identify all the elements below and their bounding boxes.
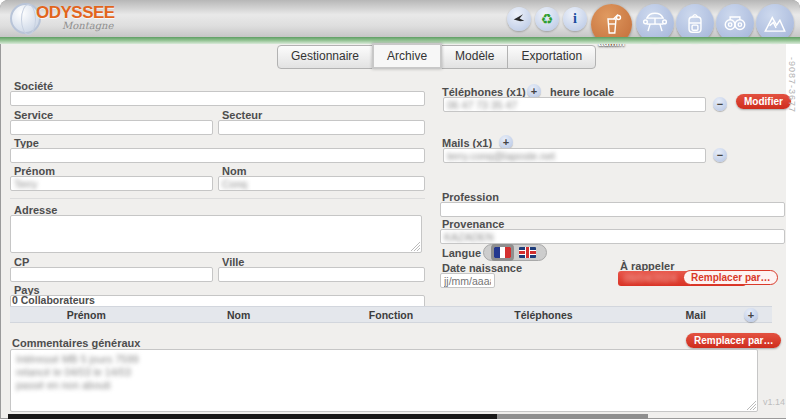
bottom-scrollbar-dark[interactable]: [8, 414, 497, 419]
remplacer-par-commentaires-button[interactable]: Remplacer par…: [686, 333, 781, 348]
backpack-icon: [682, 10, 708, 36]
add-phone-button[interactable]: +: [527, 84, 541, 98]
remove-phone-button[interactable]: −: [713, 97, 727, 111]
cp-input[interactable]: [10, 267, 213, 282]
commentaires-textarea[interactable]: Intéressé MB 5 jours 7599 relancé le 04/…: [10, 349, 758, 412]
logo-subtitle: Montagne: [62, 20, 113, 31]
type-input[interactable]: [10, 148, 425, 163]
adresse-textarea[interactable]: [10, 215, 422, 253]
section-divider: [10, 198, 425, 199]
mail-value: terry.conq@laposte.net: [447, 150, 555, 162]
collaborateurs-count-label: 0 Collaborateurs: [12, 294, 95, 306]
prenom-input[interactable]: Terry: [10, 176, 213, 191]
french-flag-icon[interactable]: [494, 247, 511, 258]
info-button[interactable]: i: [563, 7, 587, 31]
collaborateurs-header-row: Prénom Nom Fonction Téléphones Mail: [10, 306, 772, 323]
tab-bar: Gestionnaire Archive Modèle Exportation: [277, 45, 595, 69]
telephone-value: 06 47 73 35 47: [447, 99, 517, 111]
nom-value: Conq: [222, 178, 247, 190]
back-cursor-button[interactable]: [507, 7, 531, 31]
prenom-value: Terry: [14, 178, 37, 190]
recycle-icon: ♻: [541, 12, 554, 26]
a-rappeler-value: 09/04/2024: [624, 272, 677, 284]
remplacer-par-rappel-button[interactable]: Remplacer par…: [683, 270, 778, 285]
uk-flag-icon[interactable]: [519, 247, 536, 258]
vertical-reference-number: -9087-3677: [787, 57, 797, 113]
column-nom: Nom: [162, 309, 314, 321]
picnic-table-icon: [642, 10, 668, 36]
comment-line-3: passé en non abouti: [16, 379, 752, 392]
ville-input[interactable]: [218, 267, 425, 282]
comment-line-2: relancé le 04/03 le 14/03: [16, 366, 752, 379]
version-label: v1.14: [763, 397, 785, 407]
provenance-value: KAZADEN: [444, 231, 494, 243]
app-window: ODYSSEE Montagne ♻ i: [0, 0, 800, 419]
cocktail-icon: [600, 13, 624, 37]
commentaires-label: Commentaires généraux: [12, 337, 140, 349]
tab-exportation[interactable]: Exportation: [507, 45, 596, 69]
modifier-button[interactable]: Modifier: [736, 94, 791, 109]
resize-grip-icon[interactable]: [747, 401, 756, 410]
add-collaborateur-button[interactable]: +: [744, 308, 758, 322]
telephone-input[interactable]: 06 47 73 35 47: [443, 97, 706, 112]
bottom-scrollbar-gray[interactable]: [497, 414, 648, 419]
comment-line-1: Intéressé MB 5 jours 7599: [16, 353, 752, 366]
info-icon: i: [573, 11, 577, 27]
date-naissance-input[interactable]: [440, 273, 495, 288]
cursor-icon: [512, 12, 526, 26]
column-telephones: Téléphones: [467, 309, 619, 321]
add-mail-button[interactable]: +: [499, 135, 513, 149]
remove-mail-button[interactable]: −: [713, 148, 727, 162]
tab-gestionnaire[interactable]: Gestionnaire: [277, 45, 373, 69]
mountain-icon: [762, 10, 788, 36]
profession-input[interactable]: [440, 202, 785, 217]
tab-modele[interactable]: Modèle: [441, 45, 508, 69]
header-bar: ODYSSEE Montagne ♻ i: [0, 0, 800, 37]
column-prenom: Prénom: [10, 309, 162, 321]
societe-input[interactable]: [10, 91, 425, 106]
tab-archive[interactable]: Archive: [372, 43, 442, 69]
langue-label: Langue: [442, 247, 481, 259]
resize-grip-icon[interactable]: [411, 242, 420, 251]
service-input[interactable]: [10, 120, 213, 135]
column-fonction: Fonction: [315, 309, 467, 321]
app-logo: ODYSSEE Montagne: [10, 2, 160, 36]
language-switcher: [483, 244, 547, 261]
nom-input[interactable]: Conq: [218, 176, 425, 191]
binoculars-icon: [722, 10, 748, 36]
mail-input[interactable]: terry.conq@laposte.net: [443, 148, 706, 163]
provenance-input[interactable]: KAZADEN: [440, 229, 785, 244]
secteur-input[interactable]: [218, 120, 425, 135]
refresh-button[interactable]: ♻: [535, 7, 559, 31]
